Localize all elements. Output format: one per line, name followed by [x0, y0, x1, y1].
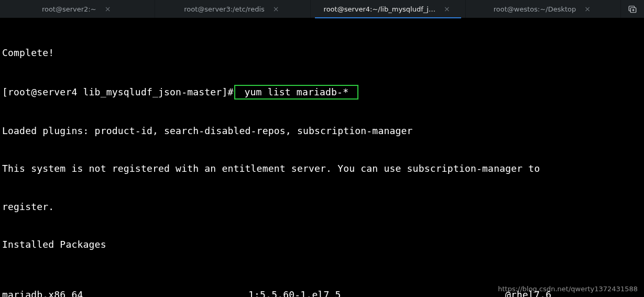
tab-label: root@server3:/etc/redis	[184, 5, 265, 13]
output-line: register.	[2, 201, 642, 213]
tab-server2[interactable]: root@server2:~ ×	[0, 0, 155, 18]
output-line: Complete!	[2, 47, 642, 59]
shell-prompt: [root@server4 lib_mysqludf_json-master]#	[2, 86, 233, 97]
pkg-repo: @rhel7.6	[505, 289, 642, 297]
tab-server3[interactable]: root@server3:/etc/redis ×	[155, 0, 310, 18]
tab-server4[interactable]: root@server4:~/lib_mysqludf_j… ×	[311, 0, 466, 18]
package-row: mariadb.x86_64 1:5.5.60-1.el7_5 @rhel7.6	[2, 289, 642, 297]
new-tab-button[interactable]	[621, 0, 644, 18]
close-icon[interactable]: ×	[442, 5, 452, 13]
tab-label: root@server2:~	[42, 5, 96, 13]
tab-bar: root@server2:~ × root@server3:/etc/redis…	[0, 0, 644, 18]
tab-westos[interactable]: root@westos:~/Desktop ×	[466, 0, 621, 18]
highlighted-command: yum list mariadb-*	[234, 85, 358, 100]
pkg-version: 1:5.5.60-1.el7_5	[248, 289, 505, 297]
new-tab-icon	[628, 4, 637, 14]
tab-label: root@westos:~/Desktop	[494, 5, 576, 13]
output-line: This system is not registered with an en…	[2, 162, 642, 175]
close-icon[interactable]: ×	[103, 5, 113, 13]
close-icon[interactable]: ×	[271, 5, 281, 13]
tab-label: root@server4:~/lib_mysqludf_j…	[324, 5, 435, 13]
close-icon[interactable]: ×	[582, 5, 593, 13]
terminal-output[interactable]: Complete! [root@server4 lib_mysqludf_jso…	[0, 18, 644, 297]
section-header: Installed Packages	[2, 238, 642, 251]
prompt-line: [root@server4 lib_mysqludf_json-master]#…	[2, 85, 642, 100]
pkg-name: mariadb.x86_64	[2, 289, 248, 297]
output-line: Loaded plugins: product-id, search-disab…	[2, 125, 642, 137]
